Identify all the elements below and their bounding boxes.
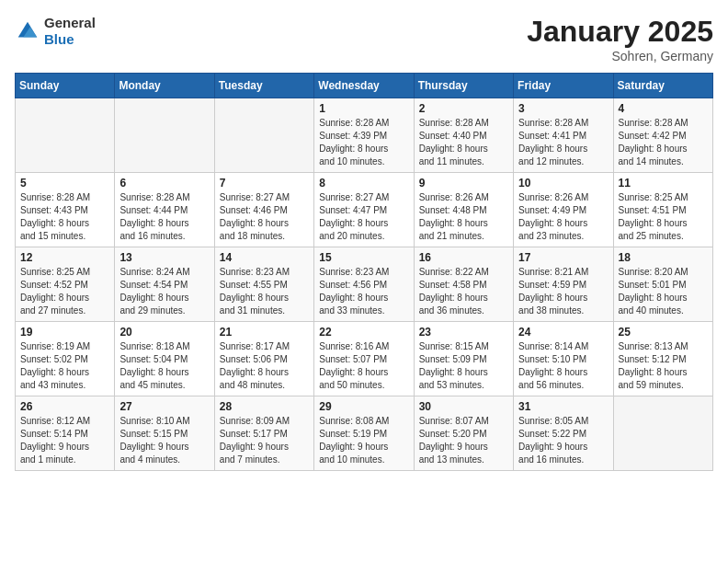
calendar-cell: 18Sunrise: 8:20 AM Sunset: 5:01 PM Dayli… — [613, 247, 712, 322]
logo-text-general: General — [44, 15, 96, 31]
day-number: 5 — [20, 177, 109, 190]
title-block: January 2025 Sohren, Germany — [527, 15, 713, 63]
day-info: Sunrise: 8:13 AM Sunset: 5:12 PM Dayligh… — [619, 340, 708, 392]
day-number: 27 — [119, 400, 209, 413]
day-info: Sunrise: 8:28 AM Sunset: 4:41 PM Dayligh… — [518, 117, 608, 168]
calendar-cell: 12Sunrise: 8:25 AM Sunset: 4:52 PM Dayli… — [16, 247, 115, 322]
calendar-cell: 24Sunrise: 8:14 AM Sunset: 5:10 PM Dayli… — [514, 322, 613, 396]
day-info: Sunrise: 8:09 AM Sunset: 5:17 PM Dayligh… — [220, 415, 309, 466]
calendar-cell: 6Sunrise: 8:28 AM Sunset: 4:44 PM Daylig… — [115, 173, 214, 247]
day-info: Sunrise: 8:20 AM Sunset: 5:01 PM Dayligh… — [619, 266, 708, 317]
day-info: Sunrise: 8:23 AM Sunset: 4:55 PM Dayligh… — [220, 266, 309, 317]
calendar-cell: 22Sunrise: 8:16 AM Sunset: 5:07 PM Dayli… — [314, 322, 414, 396]
calendar-cell: 23Sunrise: 8:15 AM Sunset: 5:09 PM Dayli… — [414, 322, 513, 396]
weekday-header-sunday: Sunday — [16, 74, 115, 98]
day-info: Sunrise: 8:28 AM Sunset: 4:39 PM Dayligh… — [319, 117, 408, 168]
calendar-cell: 19Sunrise: 8:19 AM Sunset: 5:02 PM Dayli… — [16, 322, 115, 396]
logo-icon — [15, 18, 40, 44]
calendar-cell: 17Sunrise: 8:21 AM Sunset: 4:59 PM Dayli… — [514, 247, 613, 322]
day-number: 21 — [220, 326, 309, 339]
week-row-3: 12Sunrise: 8:25 AM Sunset: 4:52 PM Dayli… — [16, 247, 713, 322]
day-info: Sunrise: 8:25 AM Sunset: 4:51 PM Dayligh… — [619, 191, 708, 243]
day-number: 20 — [119, 326, 209, 339]
page-header: General Blue January 2025 Sohren, German… — [15, 15, 713, 63]
day-number: 16 — [419, 251, 508, 264]
weekday-header-friday: Friday — [514, 74, 613, 98]
day-info: Sunrise: 8:08 AM Sunset: 5:19 PM Dayligh… — [319, 415, 408, 466]
weekday-header-tuesday: Tuesday — [214, 74, 313, 98]
day-number: 9 — [419, 177, 508, 190]
calendar-cell: 11Sunrise: 8:25 AM Sunset: 4:51 PM Dayli… — [613, 173, 712, 247]
day-number: 25 — [619, 326, 708, 339]
day-info: Sunrise: 8:18 AM Sunset: 5:04 PM Dayligh… — [119, 340, 209, 392]
day-info: Sunrise: 8:28 AM Sunset: 4:40 PM Dayligh… — [419, 117, 508, 168]
calendar-cell: 9Sunrise: 8:26 AM Sunset: 4:48 PM Daylig… — [414, 173, 513, 247]
day-number: 4 — [619, 102, 708, 115]
calendar-cell: 21Sunrise: 8:17 AM Sunset: 5:06 PM Dayli… — [214, 322, 313, 396]
day-number: 28 — [220, 400, 309, 413]
day-number: 26 — [20, 400, 109, 413]
calendar-cell — [613, 396, 712, 471]
day-number: 30 — [419, 400, 508, 413]
day-info: Sunrise: 8:28 AM Sunset: 4:42 PM Dayligh… — [619, 117, 708, 168]
day-number: 17 — [518, 251, 608, 264]
calendar-cell: 10Sunrise: 8:26 AM Sunset: 4:49 PM Dayli… — [514, 173, 613, 247]
day-number: 8 — [319, 177, 408, 190]
week-row-5: 26Sunrise: 8:12 AM Sunset: 5:14 PM Dayli… — [16, 396, 713, 471]
logo: General Blue — [15, 15, 96, 48]
day-info: Sunrise: 8:28 AM Sunset: 4:44 PM Dayligh… — [119, 191, 209, 243]
day-number: 7 — [220, 177, 309, 190]
day-number: 13 — [119, 251, 209, 264]
calendar-cell — [16, 98, 115, 173]
day-number: 12 — [20, 251, 109, 264]
day-info: Sunrise: 8:22 AM Sunset: 4:58 PM Dayligh… — [419, 266, 508, 317]
week-row-4: 19Sunrise: 8:19 AM Sunset: 5:02 PM Dayli… — [16, 322, 713, 396]
calendar-cell: 14Sunrise: 8:23 AM Sunset: 4:55 PM Dayli… — [214, 247, 313, 322]
calendar-cell: 27Sunrise: 8:10 AM Sunset: 5:15 PM Dayli… — [115, 396, 214, 471]
calendar-cell: 1Sunrise: 8:28 AM Sunset: 4:39 PM Daylig… — [314, 98, 414, 173]
calendar-cell: 15Sunrise: 8:23 AM Sunset: 4:56 PM Dayli… — [314, 247, 414, 322]
day-info: Sunrise: 8:27 AM Sunset: 4:47 PM Dayligh… — [319, 191, 408, 243]
day-info: Sunrise: 8:12 AM Sunset: 5:14 PM Dayligh… — [20, 415, 109, 466]
calendar-cell: 29Sunrise: 8:08 AM Sunset: 5:19 PM Dayli… — [314, 396, 414, 471]
calendar-cell — [115, 98, 214, 173]
day-info: Sunrise: 8:14 AM Sunset: 5:10 PM Dayligh… — [518, 340, 608, 392]
day-info: Sunrise: 8:26 AM Sunset: 4:49 PM Dayligh… — [518, 191, 608, 243]
day-number: 3 — [518, 102, 608, 115]
day-info: Sunrise: 8:23 AM Sunset: 4:56 PM Dayligh… — [319, 266, 408, 317]
weekday-header-saturday: Saturday — [613, 74, 712, 98]
week-row-1: 1Sunrise: 8:28 AM Sunset: 4:39 PM Daylig… — [16, 98, 713, 173]
month-title: January 2025 — [527, 15, 713, 49]
day-number: 15 — [319, 251, 408, 264]
weekday-header-row: SundayMondayTuesdayWednesdayThursdayFrid… — [16, 74, 713, 98]
day-number: 31 — [518, 400, 608, 413]
day-info: Sunrise: 8:27 AM Sunset: 4:46 PM Dayligh… — [220, 191, 309, 243]
day-number: 23 — [419, 326, 508, 339]
day-info: Sunrise: 8:25 AM Sunset: 4:52 PM Dayligh… — [20, 266, 109, 317]
calendar-cell: 31Sunrise: 8:05 AM Sunset: 5:22 PM Dayli… — [514, 396, 613, 471]
day-info: Sunrise: 8:15 AM Sunset: 5:09 PM Dayligh… — [419, 340, 508, 392]
calendar-table: SundayMondayTuesdayWednesdayThursdayFrid… — [15, 73, 713, 471]
logo-text-blue: Blue — [44, 31, 96, 48]
calendar-cell: 26Sunrise: 8:12 AM Sunset: 5:14 PM Dayli… — [16, 396, 115, 471]
weekday-header-thursday: Thursday — [414, 74, 513, 98]
calendar-cell: 7Sunrise: 8:27 AM Sunset: 4:46 PM Daylig… — [214, 173, 313, 247]
day-number: 2 — [419, 102, 508, 115]
calendar-cell: 20Sunrise: 8:18 AM Sunset: 5:04 PM Dayli… — [115, 322, 214, 396]
day-info: Sunrise: 8:19 AM Sunset: 5:02 PM Dayligh… — [20, 340, 109, 392]
calendar-cell: 30Sunrise: 8:07 AM Sunset: 5:20 PM Dayli… — [414, 396, 513, 471]
calendar-cell: 5Sunrise: 8:28 AM Sunset: 4:43 PM Daylig… — [16, 173, 115, 247]
day-number: 18 — [619, 251, 708, 264]
calendar-cell: 4Sunrise: 8:28 AM Sunset: 4:42 PM Daylig… — [613, 98, 712, 173]
day-info: Sunrise: 8:28 AM Sunset: 4:43 PM Dayligh… — [20, 191, 109, 243]
calendar-cell — [214, 98, 313, 173]
day-info: Sunrise: 8:24 AM Sunset: 4:54 PM Dayligh… — [119, 266, 209, 317]
day-number: 11 — [619, 177, 708, 190]
day-info: Sunrise: 8:21 AM Sunset: 4:59 PM Dayligh… — [518, 266, 608, 317]
calendar-cell: 28Sunrise: 8:09 AM Sunset: 5:17 PM Dayli… — [214, 396, 313, 471]
day-info: Sunrise: 8:10 AM Sunset: 5:15 PM Dayligh… — [119, 415, 209, 466]
day-number: 24 — [518, 326, 608, 339]
day-info: Sunrise: 8:07 AM Sunset: 5:20 PM Dayligh… — [419, 415, 508, 466]
day-number: 29 — [319, 400, 408, 413]
weekday-header-monday: Monday — [115, 74, 214, 98]
